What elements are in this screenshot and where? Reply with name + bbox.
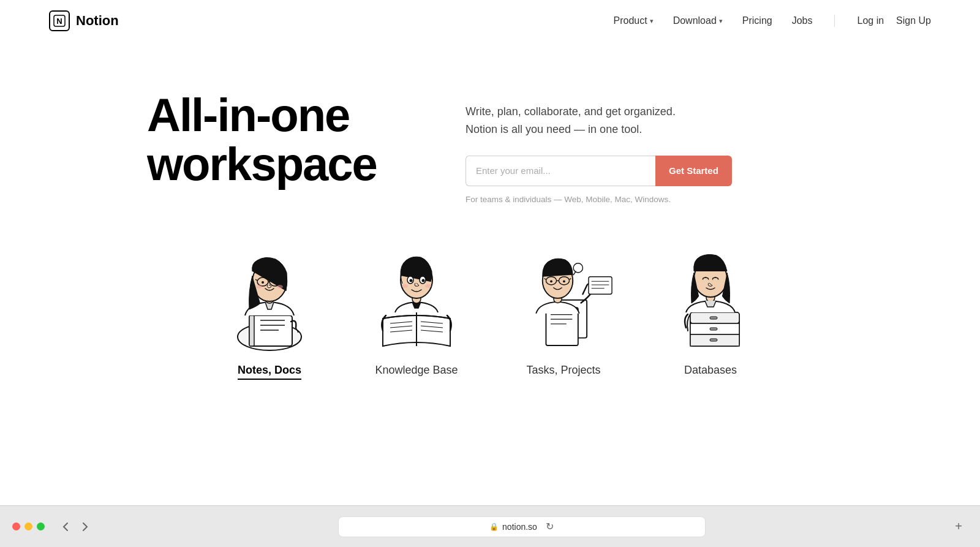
nav-download[interactable]: Download ▾ (673, 15, 723, 26)
hero-description: Write, plan, collaborate, and get organi… (466, 103, 732, 138)
browser-nav-arrows (57, 518, 94, 535)
feature-knowledge-base[interactable]: Knowledge Base (349, 241, 484, 481)
svg-rect-59 (710, 339, 717, 341)
url-text: notion.so (502, 522, 537, 532)
email-form: Get Started (466, 156, 732, 186)
nav-pricing[interactable]: Pricing (742, 15, 772, 26)
browser-back-button[interactable] (57, 518, 74, 535)
notes-docs-illustration (208, 241, 331, 354)
svg-point-51 (563, 280, 565, 282)
navbar: N Notion Product ▾ Download ▾ Pricing Jo… (0, 0, 980, 42)
hero-title: All-in-one workspace (147, 91, 417, 189)
reload-button[interactable]: ↻ (546, 521, 554, 532)
get-started-button[interactable]: Get Started (655, 156, 732, 186)
svg-point-15 (262, 281, 264, 284)
knowledge-base-illustration (355, 241, 478, 354)
browser-forward-button[interactable] (77, 518, 94, 535)
databases-illustration (649, 241, 772, 354)
nav-links: Product ▾ Download ▾ Pricing Jobs Log in… (613, 15, 931, 27)
download-chevron-icon: ▾ (719, 17, 723, 25)
svg-point-31 (422, 279, 425, 282)
svg-text:N: N (56, 17, 62, 26)
notion-logo-icon: N (49, 10, 70, 31)
logo-text: Notion (76, 13, 119, 29)
svg-point-52 (573, 263, 582, 273)
svg-rect-58 (710, 328, 717, 330)
hero-right: Write, plan, collaborate, and get organi… (466, 91, 732, 204)
new-tab-button[interactable]: + (949, 518, 968, 536)
features-section: Notes, Docs (0, 228, 980, 505)
feature-notes-docs[interactable]: Notes, Docs (202, 241, 337, 481)
email-input[interactable] (466, 156, 655, 186)
svg-point-18 (277, 285, 283, 289)
product-chevron-icon: ▾ (650, 17, 654, 25)
login-link[interactable]: Log in (857, 15, 884, 26)
close-window-button[interactable] (12, 522, 20, 530)
svg-rect-7 (249, 315, 254, 346)
hero-section: All-in-one workspace Write, plan, collab… (0, 42, 980, 228)
browser-chrome: 🔒 notion.so ↻ + (0, 505, 980, 547)
svg-point-32 (402, 284, 408, 288)
nav-jobs[interactable]: Jobs (792, 15, 813, 26)
nav-product[interactable]: Product ▾ (613, 15, 653, 26)
feature-databases-label: Databases (684, 364, 737, 377)
svg-point-17 (256, 285, 262, 289)
address-bar[interactable]: 🔒 notion.so ↻ (338, 516, 706, 537)
maximize-window-button[interactable] (37, 522, 45, 530)
svg-point-16 (274, 281, 276, 284)
svg-point-33 (425, 284, 431, 288)
minimize-window-button[interactable] (24, 522, 32, 530)
svg-rect-57 (710, 317, 717, 319)
tasks-projects-illustration (502, 241, 625, 354)
svg-rect-39 (589, 277, 612, 295)
nav-auth: Log in Sign Up (857, 15, 931, 26)
feature-tasks-projects-label: Tasks, Projects (526, 364, 600, 377)
nav-divider (834, 15, 835, 27)
hero-subtext: For teams & individuals — Web, Mobile, M… (466, 195, 732, 204)
svg-point-30 (410, 279, 413, 282)
logo[interactable]: N Notion (49, 10, 119, 31)
lock-icon: 🔒 (489, 522, 499, 531)
svg-point-50 (550, 280, 552, 282)
signup-link[interactable]: Sign Up (896, 15, 931, 26)
feature-knowledge-base-label: Knowledge Base (375, 364, 458, 377)
feature-notes-docs-label: Notes, Docs (238, 364, 301, 380)
browser-dots (12, 522, 45, 530)
feature-databases[interactable]: Databases (643, 241, 778, 481)
feature-tasks-projects[interactable]: Tasks, Projects (496, 241, 631, 481)
